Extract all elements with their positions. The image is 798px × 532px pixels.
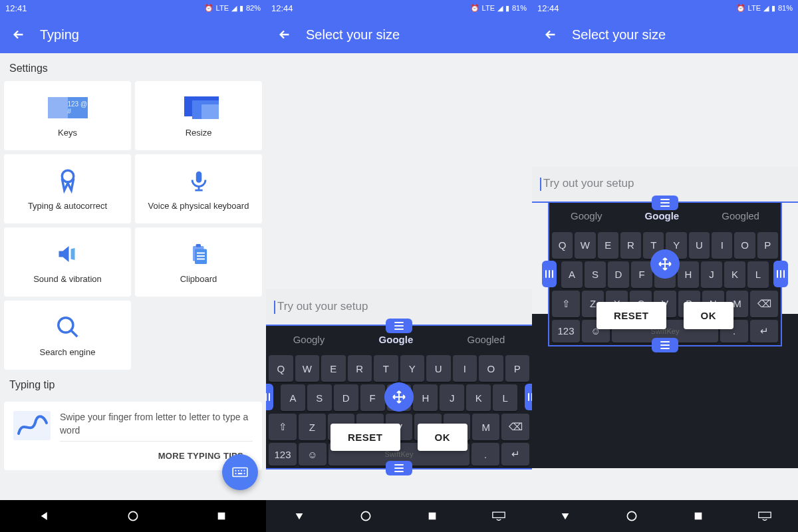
- key-o[interactable]: O: [734, 232, 755, 259]
- card-voice-physical[interactable]: Voice & physical keyboard: [135, 154, 262, 223]
- key-k[interactable]: K: [466, 384, 491, 411]
- nav-recent[interactable]: [213, 508, 229, 524]
- key-i[interactable]: I: [712, 232, 732, 259]
- nav-back[interactable]: [557, 508, 573, 524]
- suggestion-selected[interactable]: Google: [379, 334, 414, 345]
- more-tips-button[interactable]: MORE TYPING TIPS: [60, 446, 253, 461]
- reset-button[interactable]: RESET: [597, 302, 666, 329]
- card-search-engine[interactable]: Search engine: [4, 301, 131, 370]
- key-k[interactable]: K: [724, 261, 745, 288]
- resize-handle-right[interactable]: [773, 261, 788, 287]
- key-f[interactable]: F: [360, 384, 385, 411]
- key-u[interactable]: U: [426, 355, 451, 382]
- pen-icon: [48, 168, 88, 194]
- resize-handle-bottom[interactable]: [652, 338, 678, 352]
- svg-point-17: [361, 511, 370, 520]
- key-r[interactable]: R: [348, 355, 372, 382]
- key-e[interactable]: E: [321, 355, 346, 382]
- nav-keyboard-hide[interactable]: [757, 508, 773, 524]
- suggestion[interactable]: Googly: [571, 210, 602, 221]
- card-label: Keys: [58, 128, 77, 138]
- tip-card: Swipe your finger from letter to letter …: [4, 402, 262, 470]
- key-w[interactable]: W: [295, 355, 320, 382]
- suggestion[interactable]: Googly: [293, 334, 325, 345]
- resize-handle-right[interactable]: [525, 384, 532, 410]
- key-y[interactable]: Y: [400, 355, 425, 382]
- svg-point-11: [243, 470, 245, 471]
- key-q[interactable]: Q: [269, 355, 293, 382]
- try-placeholder: Try out your setup: [277, 300, 368, 313]
- resize-handle-left[interactable]: [542, 261, 557, 287]
- suggestion[interactable]: Googled: [467, 334, 505, 345]
- card-sound-vibration[interactable]: Sound & vibration: [4, 227, 131, 297]
- keyboard-resize-area[interactable]: Googly Google Googled QWERTYUIOP ASDFGHJ…: [266, 326, 532, 468]
- key-a[interactable]: A: [561, 261, 583, 288]
- key-e[interactable]: E: [598, 232, 618, 259]
- svg-point-5: [58, 317, 72, 332]
- resize-handle-left[interactable]: [266, 384, 273, 410]
- status-battery: 81%: [512, 4, 527, 12]
- suggestion-selected[interactable]: Google: [645, 210, 680, 221]
- key-u[interactable]: U: [689, 232, 710, 259]
- key-d[interactable]: D: [608, 261, 629, 288]
- resize-handle-bottom[interactable]: [386, 461, 412, 475]
- back-button[interactable]: [11, 27, 27, 43]
- resize-handle-top[interactable]: [652, 196, 678, 210]
- key-p[interactable]: P: [757, 232, 778, 259]
- back-button[interactable]: [277, 27, 293, 43]
- key-h[interactable]: H: [413, 384, 438, 411]
- key-l[interactable]: L: [493, 384, 517, 411]
- key-o[interactable]: O: [479, 355, 503, 382]
- swipe-icon: [13, 411, 51, 440]
- key-p[interactable]: P: [505, 355, 530, 382]
- move-knob[interactable]: [650, 249, 680, 279]
- svg-point-8: [235, 470, 236, 471]
- nav-home[interactable]: [358, 508, 374, 524]
- keyboard-resize-area[interactable]: Googly Google Googled QWERTYUIOP ASDFGHJ…: [549, 203, 781, 345]
- resize-handle-top[interactable]: [386, 319, 412, 333]
- key-l[interactable]: L: [747, 261, 769, 288]
- key-a[interactable]: A: [281, 384, 305, 411]
- card-keys[interactable]: 123 @ # Keys: [4, 81, 131, 150]
- nav-recent[interactable]: [424, 508, 440, 524]
- key-j[interactable]: J: [440, 384, 464, 411]
- battery-icon: ▮: [771, 4, 775, 13]
- key-t[interactable]: T: [374, 355, 398, 382]
- keyboard-fab[interactable]: [222, 454, 258, 490]
- screen-select-size-b: 12:44 ⏰ LTE ◢ ▮ 81% Select your size Try…: [532, 0, 798, 532]
- nav-home[interactable]: [624, 508, 640, 524]
- svg-rect-1: [196, 171, 201, 182]
- key-w[interactable]: W: [575, 232, 595, 259]
- key-h[interactable]: H: [678, 261, 699, 288]
- ok-button[interactable]: OK: [418, 424, 468, 451]
- key-d[interactable]: D: [334, 384, 358, 411]
- key-r[interactable]: R: [620, 232, 641, 259]
- card-typing-autocorrect[interactable]: Typing & autocorrect: [4, 154, 131, 223]
- battery-icon: ▮: [505, 4, 509, 13]
- back-button[interactable]: [543, 27, 559, 43]
- screen-select-size-a: 12:44 ⏰ LTE ◢ ▮ 81% Select your size Try…: [266, 0, 532, 532]
- card-label: Voice & physical keyboard: [148, 201, 249, 211]
- key-s[interactable]: S: [307, 384, 332, 411]
- nav-keyboard-hide[interactable]: [491, 508, 507, 524]
- key-j[interactable]: J: [701, 261, 722, 288]
- nav-home[interactable]: [125, 508, 141, 524]
- mic-icon: [179, 168, 219, 194]
- card-clipboard[interactable]: Clipboard: [135, 227, 262, 297]
- suggestion[interactable]: Googled: [722, 210, 759, 221]
- nav-back[interactable]: [291, 508, 307, 524]
- search-icon: [48, 314, 88, 340]
- nav-back[interactable]: [37, 508, 53, 524]
- move-knob[interactable]: [384, 382, 414, 412]
- key-i[interactable]: I: [453, 355, 477, 382]
- section-tip-label: Typing tip: [0, 370, 266, 398]
- signal-icon: ◢: [231, 4, 237, 13]
- card-resize[interactable]: Resize: [135, 81, 262, 150]
- nav-recent[interactable]: [690, 508, 706, 524]
- key-s[interactable]: S: [585, 261, 606, 288]
- key-q[interactable]: Q: [552, 232, 573, 259]
- key-f[interactable]: F: [631, 261, 652, 288]
- svg-rect-3: [196, 244, 201, 247]
- reset-button[interactable]: RESET: [331, 424, 400, 451]
- ok-button[interactable]: OK: [684, 302, 734, 329]
